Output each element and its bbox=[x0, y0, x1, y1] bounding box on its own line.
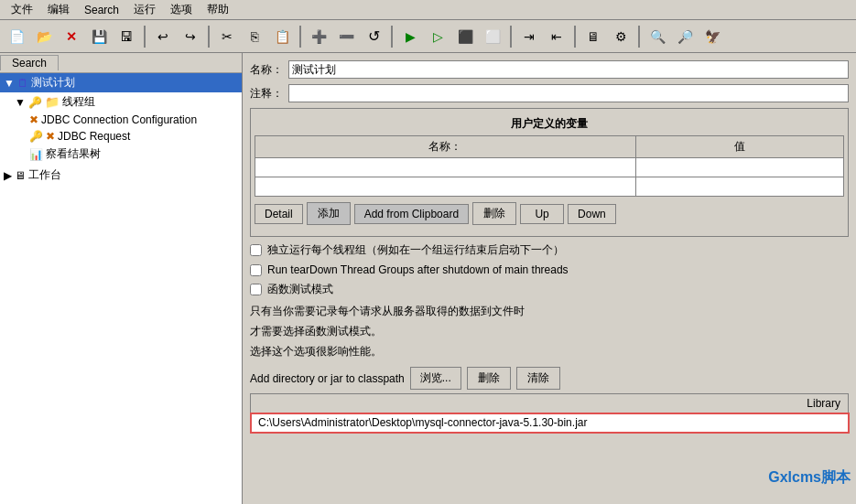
up-button[interactable]: Up bbox=[520, 204, 564, 224]
separator-4 bbox=[391, 26, 393, 48]
stop-button[interactable]: ⬛ bbox=[452, 24, 478, 49]
checkbox-thread-groups[interactable] bbox=[250, 244, 262, 256]
tree-item-result-tree[interactable]: 📊 察看结果树 bbox=[0, 145, 242, 164]
tree-item-workbench[interactable]: ▶ 🖥 工作台 bbox=[0, 166, 242, 185]
name-label: 名称： bbox=[250, 62, 283, 78]
detail-button[interactable]: Detail bbox=[255, 204, 303, 224]
delete-button[interactable]: 删除 bbox=[472, 202, 516, 225]
search-tab[interactable]: Search bbox=[0, 55, 59, 70]
separator-6 bbox=[574, 26, 576, 48]
empty-row bbox=[255, 158, 844, 177]
folder-icon-2: 📁 bbox=[45, 95, 60, 109]
left-panel: Search ▼ 🗒 测试计划 ▼ 🔑 📁 线程组 ✖ JDBC Connect… bbox=[0, 53, 243, 504]
add-classpath-label: Add directory or jar to classpath bbox=[250, 372, 405, 385]
play-button[interactable]: ▶ bbox=[397, 24, 423, 49]
separator-7 bbox=[638, 26, 640, 48]
desc-text-1: 只有当你需要记录每个请求从服务器取得的数据到文件时 bbox=[250, 303, 849, 319]
plan-icon: 🗒 bbox=[17, 77, 28, 90]
checkbox-label-3: 函数测试模式 bbox=[267, 282, 333, 297]
tree-label-thread-group: 线程组 bbox=[62, 94, 95, 110]
expand-icon: ▼ bbox=[15, 96, 26, 109]
checkbox-row-3: 函数测试模式 bbox=[250, 282, 849, 297]
config-button[interactable]: ⚙ bbox=[608, 24, 634, 49]
add-clipboard-button[interactable]: Add from Clipboard bbox=[354, 204, 469, 224]
separator-5 bbox=[510, 26, 512, 48]
jdbc-request-icon: ✖ bbox=[46, 130, 55, 143]
name-input[interactable] bbox=[288, 60, 849, 79]
paste-button[interactable]: 📋 bbox=[269, 24, 295, 49]
stop-fast-button[interactable]: ⬜ bbox=[480, 24, 505, 49]
zoom-button[interactable]: 🔎 bbox=[672, 24, 698, 49]
tree-label-workbench: 工作台 bbox=[28, 167, 61, 183]
checkbox-row-1: 独立运行每个线程组（例如在一个组运行结束后启动下一个） bbox=[250, 242, 849, 258]
library-row[interactable]: C:\Users\Administrator\Desktop\mysql-con… bbox=[251, 413, 849, 433]
tree-label-result-tree: 察看结果树 bbox=[46, 146, 101, 162]
down-button[interactable]: Down bbox=[568, 204, 616, 224]
comment-row: 注释： bbox=[250, 84, 849, 102]
workbench-icon2: 🖥 bbox=[15, 169, 26, 182]
comment-input[interactable] bbox=[288, 84, 849, 102]
checkbox-row-2: Run tearDown Thread Groups after shutdow… bbox=[250, 263, 849, 276]
library-col-header: Library bbox=[251, 394, 849, 413]
toolbar: 📄 📂 ✕ 💾 🖫 ↩ ↪ ✂ ⎘ 📋 ➕ ➖ ↺ ▶ ▷ ⬛ ⬜ ⇥ ⇤ 🖥 … bbox=[0, 20, 856, 53]
copy-button[interactable]: ⎘ bbox=[242, 24, 267, 49]
help-toolbar-button[interactable]: 🦅 bbox=[699, 24, 725, 49]
menu-options[interactable]: 选项 bbox=[163, 0, 200, 19]
undo-button[interactable]: ↩ bbox=[150, 24, 176, 49]
menu-run[interactable]: 运行 bbox=[126, 0, 163, 19]
menu-help[interactable]: 帮助 bbox=[200, 0, 236, 19]
remote-button[interactable]: 🖥 bbox=[580, 24, 606, 49]
action-buttons: Detail 添加 Add from Clipboard 删除 Up Down bbox=[255, 202, 844, 225]
empty-row-2 bbox=[255, 177, 844, 197]
workbench-icon: ▶ bbox=[4, 169, 12, 182]
add-button[interactable]: 添加 bbox=[307, 202, 351, 225]
clear-button[interactable]: 清除 bbox=[516, 367, 560, 390]
tree-item-jdbc-config[interactable]: ✖ JDBC Connection Configuration bbox=[0, 112, 242, 128]
menu-edit[interactable]: 编辑 bbox=[40, 0, 77, 19]
checkbox-label-2: Run tearDown Thread Groups after shutdow… bbox=[267, 263, 569, 276]
watermark: Gxlcms脚本 bbox=[768, 468, 851, 488]
tree-item-jdbc-request[interactable]: 🔑 ✖ JDBC Request bbox=[0, 128, 242, 145]
col-value-header: 值 bbox=[635, 136, 843, 158]
tree-item-test-plan[interactable]: ▼ 🗒 测试计划 bbox=[0, 73, 242, 92]
desc-text-2: 才需要选择函数测试模式。 bbox=[250, 323, 849, 339]
tree-label-jdbc-config: JDBC Connection Configuration bbox=[41, 113, 197, 126]
bottom-section: Add directory or jar to classpath 浏览... … bbox=[250, 367, 849, 433]
tree-item-thread-group[interactable]: ▼ 🔑 📁 线程组 bbox=[0, 92, 242, 112]
save-button[interactable]: 💾 bbox=[86, 24, 112, 49]
toggle1-button[interactable]: ⇥ bbox=[516, 24, 542, 49]
separator-2 bbox=[208, 26, 210, 48]
menubar: 文件 编辑 Search 运行 选项 帮助 bbox=[0, 0, 856, 20]
separator-3 bbox=[299, 26, 301, 48]
checkbox-label-1: 独立运行每个线程组（例如在一个组运行结束后启动下一个） bbox=[267, 242, 564, 258]
search-toolbar-button[interactable]: 🔍 bbox=[645, 24, 670, 49]
browse-button[interactable]: 浏览... bbox=[410, 367, 461, 390]
toggle2-button[interactable]: ⇤ bbox=[544, 24, 569, 49]
delete-classpath-button[interactable]: 删除 bbox=[467, 367, 511, 390]
desc-text-3: 选择这个选项很影响性能。 bbox=[250, 343, 849, 359]
checkbox-teardown[interactable] bbox=[250, 264, 262, 276]
menu-search[interactable]: Search bbox=[77, 2, 126, 18]
library-table: Library C:\Users\Administrator\Desktop\m… bbox=[250, 393, 849, 433]
comment-label: 注释： bbox=[250, 86, 283, 102]
tree-label-jdbc-request: JDBC Request bbox=[58, 130, 130, 143]
new-button[interactable]: 📄 bbox=[4, 24, 29, 49]
open-button[interactable]: 📂 bbox=[31, 24, 57, 49]
tree-label-test-plan: 测试计划 bbox=[31, 75, 75, 91]
right-panel: 名称： 注释： 用户定义的变量 名称： 值 bbox=[243, 53, 856, 504]
name-row: 名称： bbox=[250, 60, 849, 79]
play-fast-button[interactable]: ▷ bbox=[425, 24, 450, 49]
variables-table: 名称： 值 bbox=[255, 135, 844, 197]
classpath-row: Add directory or jar to classpath 浏览... … bbox=[250, 367, 849, 390]
key-icon-2: 🔑 bbox=[29, 130, 43, 143]
close-button[interactable]: ✕ bbox=[59, 24, 84, 49]
redo-button[interactable]: ↪ bbox=[178, 24, 203, 49]
remove-toolbar-button[interactable]: ➖ bbox=[333, 24, 359, 49]
menu-file[interactable]: 文件 bbox=[4, 0, 40, 19]
add-toolbar-button[interactable]: ➕ bbox=[306, 24, 331, 49]
reset-button[interactable]: ↺ bbox=[361, 24, 386, 49]
cut-button[interactable]: ✂ bbox=[214, 24, 240, 49]
jdbc-config-icon: ✖ bbox=[29, 113, 38, 126]
checkbox-functional[interactable] bbox=[250, 284, 262, 295]
save-all-button[interactable]: 🖫 bbox=[114, 24, 139, 49]
